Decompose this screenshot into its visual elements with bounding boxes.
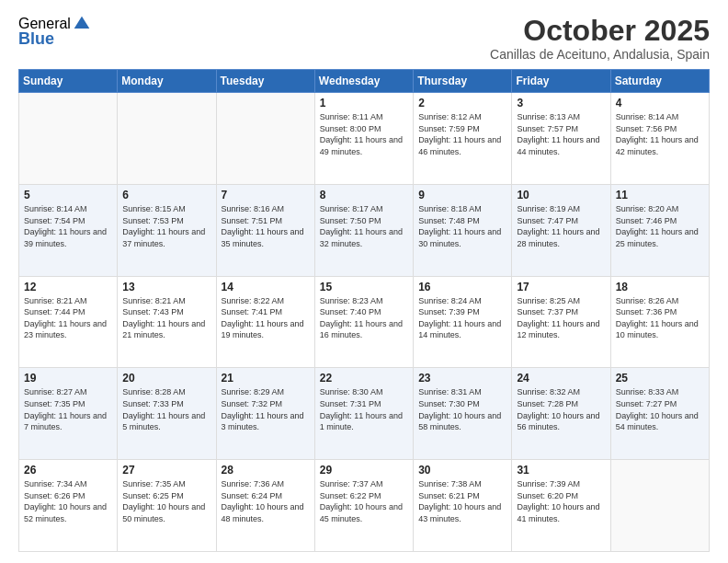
calendar-week-row: 26Sunrise: 7:34 AM Sunset: 6:26 PM Dayli…: [19, 460, 710, 552]
table-row: 15Sunrise: 8:23 AM Sunset: 7:40 PM Dayli…: [314, 276, 413, 368]
day-info: Sunrise: 8:25 AM Sunset: 7:37 PM Dayligh…: [517, 295, 605, 341]
logo-icon: [73, 15, 91, 33]
table-row: 22Sunrise: 8:30 AM Sunset: 7:31 PM Dayli…: [314, 368, 413, 460]
day-number: 29: [320, 464, 408, 477]
table-row: 16Sunrise: 8:24 AM Sunset: 7:39 PM Dayli…: [414, 276, 512, 368]
calendar-week-row: 12Sunrise: 8:21 AM Sunset: 7:44 PM Dayli…: [19, 276, 710, 368]
day-info: Sunrise: 8:32 AM Sunset: 7:28 PM Dayligh…: [517, 386, 605, 432]
header-wednesday: Wednesday: [314, 70, 413, 93]
day-info: Sunrise: 8:22 AM Sunset: 7:41 PM Dayligh…: [222, 295, 310, 341]
table-row: 5Sunrise: 8:14 AM Sunset: 7:54 PM Daylig…: [19, 184, 118, 276]
day-info: Sunrise: 8:16 AM Sunset: 7:51 PM Dayligh…: [222, 203, 310, 249]
day-info: Sunrise: 8:17 AM Sunset: 7:50 PM Dayligh…: [320, 203, 408, 249]
page: General Blue October 2025 Canillas de Ac…: [0, 0, 728, 563]
table-row: 30Sunrise: 7:38 AM Sunset: 6:21 PM Dayli…: [414, 460, 512, 552]
day-number: 27: [122, 464, 210, 477]
day-number: 13: [122, 281, 210, 293]
day-number: 5: [24, 189, 112, 201]
table-row: 7Sunrise: 8:16 AM Sunset: 7:51 PM Daylig…: [216, 184, 314, 276]
table-row: 13Sunrise: 8:21 AM Sunset: 7:43 PM Dayli…: [118, 276, 216, 368]
table-row: 9Sunrise: 8:18 AM Sunset: 7:48 PM Daylig…: [414, 184, 512, 276]
day-info: Sunrise: 8:13 AM Sunset: 7:57 PM Dayligh…: [517, 111, 605, 157]
table-row: 24Sunrise: 8:32 AM Sunset: 7:28 PM Dayli…: [512, 368, 610, 460]
day-info: Sunrise: 8:19 AM Sunset: 7:47 PM Dayligh…: [517, 203, 605, 249]
header-saturday: Saturday: [610, 70, 709, 93]
day-number: 18: [616, 281, 704, 293]
day-info: Sunrise: 7:38 AM Sunset: 6:21 PM Dayligh…: [418, 478, 506, 524]
day-info: Sunrise: 7:36 AM Sunset: 6:24 PM Dayligh…: [222, 478, 310, 524]
title-area: October 2025 Canillas de Aceituno, Andal…: [490, 15, 710, 62]
table-row: 17Sunrise: 8:25 AM Sunset: 7:37 PM Dayli…: [512, 276, 610, 368]
day-number: 30: [418, 464, 506, 477]
table-row: 27Sunrise: 7:35 AM Sunset: 6:25 PM Dayli…: [118, 460, 216, 552]
day-info: Sunrise: 8:14 AM Sunset: 7:56 PM Dayligh…: [616, 111, 704, 157]
day-info: Sunrise: 8:14 AM Sunset: 7:54 PM Dayligh…: [24, 203, 112, 249]
day-info: Sunrise: 8:21 AM Sunset: 7:43 PM Dayligh…: [122, 295, 210, 341]
day-number: 3: [517, 97, 605, 109]
table-row: 6Sunrise: 8:15 AM Sunset: 7:53 PM Daylig…: [118, 184, 216, 276]
table-row: 19Sunrise: 8:27 AM Sunset: 7:35 PM Dayli…: [19, 368, 118, 460]
day-number: 15: [320, 281, 408, 293]
day-number: 2: [418, 97, 506, 109]
day-number: 21: [222, 372, 310, 385]
day-info: Sunrise: 8:31 AM Sunset: 7:30 PM Dayligh…: [418, 386, 506, 432]
header-friday: Friday: [512, 70, 610, 93]
day-info: Sunrise: 8:21 AM Sunset: 7:44 PM Dayligh…: [24, 295, 112, 341]
table-row: 31Sunrise: 7:39 AM Sunset: 6:20 PM Dayli…: [512, 460, 610, 552]
table-row: [610, 460, 709, 552]
day-info: Sunrise: 8:11 AM Sunset: 8:00 PM Dayligh…: [320, 111, 408, 157]
day-info: Sunrise: 8:26 AM Sunset: 7:36 PM Dayligh…: [616, 295, 704, 341]
day-number: 6: [122, 189, 210, 201]
day-number: 23: [418, 372, 506, 385]
day-number: 7: [222, 189, 310, 201]
table-row: 18Sunrise: 8:26 AM Sunset: 7:36 PM Dayli…: [610, 276, 709, 368]
logo: General Blue: [18, 15, 91, 49]
day-info: Sunrise: 7:35 AM Sunset: 6:25 PM Dayligh…: [122, 478, 210, 524]
day-number: 25: [616, 372, 704, 385]
table-row: 25Sunrise: 8:33 AM Sunset: 7:27 PM Dayli…: [610, 368, 709, 460]
table-row: 21Sunrise: 8:29 AM Sunset: 7:32 PM Dayli…: [216, 368, 314, 460]
day-number: 19: [24, 372, 112, 385]
table-row: 4Sunrise: 8:14 AM Sunset: 7:56 PM Daylig…: [610, 93, 709, 185]
table-row: 26Sunrise: 7:34 AM Sunset: 6:26 PM Dayli…: [19, 460, 118, 552]
day-number: 28: [222, 464, 310, 477]
day-info: Sunrise: 8:18 AM Sunset: 7:48 PM Dayligh…: [418, 203, 506, 249]
day-info: Sunrise: 8:12 AM Sunset: 7:59 PM Dayligh…: [418, 111, 506, 157]
table-row: 29Sunrise: 7:37 AM Sunset: 6:22 PM Dayli…: [314, 460, 413, 552]
table-row: [19, 93, 118, 185]
day-number: 22: [320, 372, 408, 385]
table-row: 28Sunrise: 7:36 AM Sunset: 6:24 PM Dayli…: [216, 460, 314, 552]
calendar-week-row: 19Sunrise: 8:27 AM Sunset: 7:35 PM Dayli…: [19, 368, 710, 460]
header: General Blue October 2025 Canillas de Ac…: [18, 15, 710, 62]
table-row: 11Sunrise: 8:20 AM Sunset: 7:46 PM Dayli…: [610, 184, 709, 276]
day-number: 1: [320, 97, 408, 109]
header-tuesday: Tuesday: [216, 70, 314, 93]
logo-blue: Blue: [18, 29, 54, 49]
location: Canillas de Aceituno, Andalusia, Spain: [490, 47, 710, 62]
table-row: 1Sunrise: 8:11 AM Sunset: 8:00 PM Daylig…: [314, 93, 413, 185]
day-number: 26: [24, 464, 112, 477]
day-number: 4: [616, 97, 704, 109]
day-number: 8: [320, 189, 408, 201]
day-number: 10: [517, 189, 605, 201]
header-sunday: Sunday: [19, 70, 118, 93]
day-info: Sunrise: 8:29 AM Sunset: 7:32 PM Dayligh…: [222, 386, 310, 432]
table-row: 10Sunrise: 8:19 AM Sunset: 7:47 PM Dayli…: [512, 184, 610, 276]
calendar: Sunday Monday Tuesday Wednesday Thursday…: [18, 69, 710, 552]
table-row: 2Sunrise: 8:12 AM Sunset: 7:59 PM Daylig…: [414, 93, 512, 185]
calendar-week-row: 1Sunrise: 8:11 AM Sunset: 8:00 PM Daylig…: [19, 93, 710, 185]
day-number: 11: [616, 189, 704, 201]
day-number: 9: [418, 189, 506, 201]
day-info: Sunrise: 8:30 AM Sunset: 7:31 PM Dayligh…: [320, 386, 408, 432]
table-row: [216, 93, 314, 185]
table-row: [118, 93, 216, 185]
table-row: 20Sunrise: 8:28 AM Sunset: 7:33 PM Dayli…: [118, 368, 216, 460]
day-info: Sunrise: 8:23 AM Sunset: 7:40 PM Dayligh…: [320, 295, 408, 341]
day-info: Sunrise: 8:24 AM Sunset: 7:39 PM Dayligh…: [418, 295, 506, 341]
day-number: 31: [517, 464, 605, 477]
day-info: Sunrise: 8:27 AM Sunset: 7:35 PM Dayligh…: [24, 386, 112, 432]
table-row: 12Sunrise: 8:21 AM Sunset: 7:44 PM Dayli…: [19, 276, 118, 368]
header-thursday: Thursday: [414, 70, 512, 93]
day-info: Sunrise: 7:39 AM Sunset: 6:20 PM Dayligh…: [517, 478, 605, 524]
day-number: 20: [122, 372, 210, 385]
